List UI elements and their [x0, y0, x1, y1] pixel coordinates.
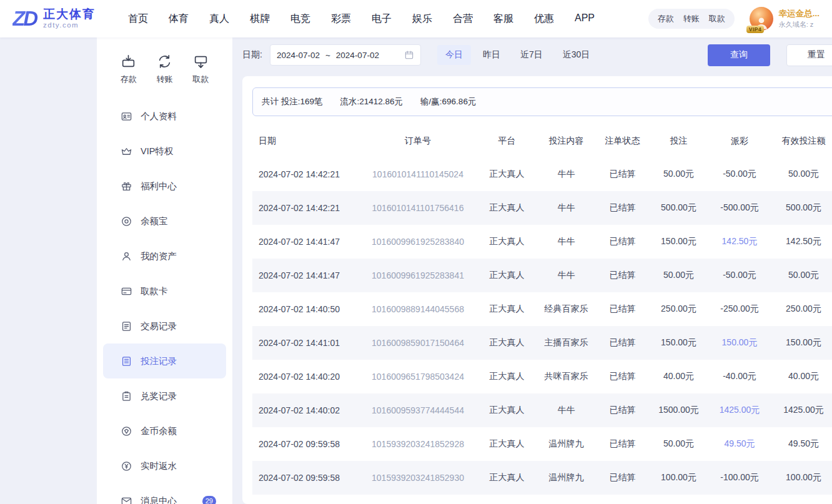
calendar-icon[interactable] [404, 50, 414, 60]
nav-item-joint[interactable]: 合营 [453, 12, 473, 26]
cell-payout: -50.00元 [708, 259, 771, 292]
query-button[interactable]: 查询 [708, 44, 770, 66]
nav-item-slots[interactable]: 电子 [372, 12, 392, 26]
sidebar-item-label: 取款卡 [141, 285, 168, 297]
brand-name: 正大体育 [43, 7, 96, 21]
cell-status: 已结算 [596, 461, 649, 495]
cell-bet: 50.00元 [649, 259, 708, 292]
cell-content: 牛牛 [537, 259, 596, 292]
header-quick-link-deposit[interactable]: 存款 [658, 13, 674, 24]
cell-order: 1016009593774444544 [359, 393, 477, 427]
table-header-row: 日期订单号平台投注内容注单状态投注派彩有效投注额 [252, 125, 832, 157]
table-row: 2024-07-02 14:41:011016009859017150464正大… [252, 326, 832, 360]
range-shortcut-2[interactable]: 近7日 [512, 45, 551, 65]
table-row: 2024-07-02 14:42:211016010141110145024正大… [252, 157, 832, 191]
brand-domain: zdty.com [43, 21, 96, 29]
column-header-payout: 派彩 [708, 125, 771, 157]
sidebar-item-label: 福利中心 [141, 180, 177, 192]
range-shortcut-0[interactable]: 今日 [437, 45, 471, 65]
cell-date: 2024-07-02 14:42:21 [252, 191, 359, 225]
nav-item-home[interactable]: 首页 [128, 12, 148, 26]
header-quick-link-withdraw[interactable]: 取款 [709, 13, 725, 24]
header-right: 存款转账取款 VIP4 幸运金总... 永久域名: z [648, 7, 820, 31]
date-end-value: 2024-07-02 [336, 51, 379, 60]
nav-item-chess[interactable]: 棋牌 [250, 12, 270, 26]
cell-content: 牛牛 [537, 225, 596, 259]
header-quick-link-transfer[interactable]: 转账 [683, 13, 700, 24]
cell-order: 1016010141101756416 [359, 191, 477, 225]
cell-content: 共咪百家乐 [537, 360, 596, 393]
nav-item-sports[interactable]: 体育 [169, 12, 189, 26]
summary-part: 流水:21412.86元 [340, 96, 404, 107]
column-header-bet: 投注 [649, 125, 708, 157]
cell-order: 1016009961925283841 [359, 259, 477, 292]
sidebar-item-gold-balance[interactable]: 金币余额 [97, 413, 232, 448]
cell-platform: 正大真人 [477, 360, 537, 393]
quick-action-deposit[interactable]: 存款 [121, 54, 137, 85]
sidebar-item-label: 实时返水 [141, 460, 177, 472]
sidebar-item-redeem-records[interactable]: 兑奖记录 [97, 378, 232, 413]
rebate-icon [121, 460, 132, 472]
nav-item-esports[interactable]: 电竞 [290, 12, 310, 26]
sidebar-item-assets[interactable]: 我的资产 [97, 239, 232, 274]
id-card-icon [121, 111, 132, 122]
sidebar-item-profile[interactable]: 个人资料 [97, 99, 232, 134]
sidebar-item-transactions[interactable]: 交易记录 [97, 309, 232, 343]
table-row: 2024-07-02 09:59:581015939203241852928正大… [252, 427, 832, 461]
assets-icon [121, 250, 132, 262]
date-range-input[interactable]: 2024-07-02 ~ 2024-07-02 [270, 44, 421, 66]
nav-item-entertainment[interactable]: 娱乐 [412, 12, 432, 26]
cell-bet: 1500.00元 [649, 393, 708, 427]
nav-item-service[interactable]: 客服 [493, 12, 513, 26]
table-row: 2024-07-02 14:40:501016009889144045568正大… [252, 292, 832, 326]
sidebar-item-yuebao[interactable]: 余额宝 [97, 204, 232, 239]
sidebar: 存款转账取款 个人资料VIP特权福利中心余额宝我的资产取款卡交易记录投注记录兑奖… [97, 37, 232, 504]
cell-valid: 100.00元 [771, 461, 832, 495]
cell-platform: 正大真人 [477, 427, 537, 461]
quick-action-label: 取款 [192, 74, 209, 85]
reset-button[interactable]: 重置 [786, 44, 832, 66]
sidebar-item-messages[interactable]: 消息中心29 [97, 483, 232, 504]
range-shortcut-3[interactable]: 近30日 [555, 45, 598, 65]
cell-valid: 142.50元 [771, 225, 832, 259]
cell-order: 1015939203241852930 [359, 461, 477, 495]
cell-platform: 正大真人 [477, 191, 537, 225]
nav-item-live[interactable]: 真人 [209, 12, 229, 26]
cell-platform: 正大真人 [477, 259, 537, 292]
bank-card-icon [121, 285, 132, 297]
quick-action-transfer[interactable]: 转账 [157, 54, 173, 85]
brand-logo[interactable]: ZD 正大体育 zdty.com [12, 7, 96, 31]
cell-status: 已结算 [596, 427, 649, 461]
withdraw-icon [193, 54, 209, 69]
nav-item-promo[interactable]: 优惠 [534, 12, 554, 26]
summary-part: 输/赢:696.86元 [420, 96, 476, 107]
summary-bar: 共计 投注:169笔流水:21412.86元输/赢:696.86元 [252, 87, 832, 116]
cell-date: 2024-07-02 14:40:02 [252, 393, 359, 427]
column-header-valid: 有效投注额 [771, 125, 832, 157]
sidebar-item-bet-records[interactable]: 投注记录 [103, 343, 226, 378]
sidebar-item-vip[interactable]: VIP特权 [97, 134, 232, 169]
cell-date: 2024-07-02 09:59:58 [252, 427, 359, 461]
sidebar-item-label: 余额宝 [141, 215, 168, 227]
cell-order: 1016009859017150464 [359, 326, 477, 360]
sidebar-item-rebate[interactable]: 实时返水 [97, 448, 232, 483]
cell-platform: 正大真人 [477, 461, 537, 495]
cell-content: 牛牛 [537, 191, 596, 225]
sidebar-quick-actions: 存款转账取款 [97, 54, 232, 94]
table-row: 2024-07-02 14:41:471016009961925283840正大… [252, 225, 832, 259]
nav-item-app[interactable]: APP [575, 12, 595, 26]
nav-item-lottery[interactable]: 彩票 [331, 12, 351, 26]
user-profile[interactable]: VIP4 幸运金总... 永久域名: z [750, 7, 820, 31]
sidebar-item-withdraw-card[interactable]: 取款卡 [97, 274, 232, 309]
quick-action-label: 存款 [121, 74, 137, 85]
quick-action-withdraw[interactable]: 取款 [192, 54, 209, 85]
range-shortcut-1[interactable]: 昨日 [475, 45, 508, 65]
sidebar-item-label: 兑奖记录 [141, 390, 177, 402]
cell-content: 主播百家乐 [537, 326, 596, 360]
cell-valid: 1425.00元 [771, 393, 832, 427]
column-header-platform: 平台 [477, 125, 537, 157]
sidebar-item-welfare[interactable]: 福利中心 [97, 169, 232, 204]
transfer-icon [157, 54, 172, 69]
date-separator: ~ [325, 51, 330, 60]
sidebar-item-label: 金币余额 [141, 425, 177, 437]
